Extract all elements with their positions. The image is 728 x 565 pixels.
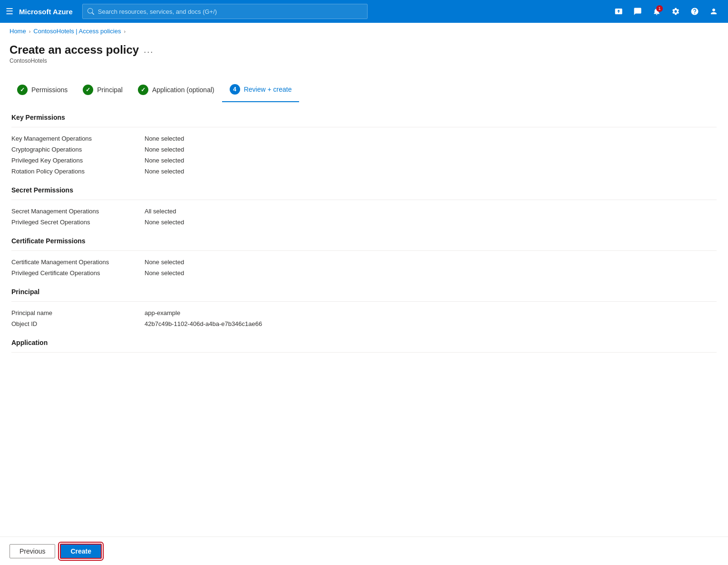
principal-name-value: app-example — [145, 309, 180, 316]
help-icon[interactable] — [686, 3, 703, 20]
page-title: Create an access policy — [10, 43, 139, 57]
privileged-secret-row: Privileged Secret Operations None select… — [11, 219, 717, 226]
principal-name-row: Principal name app-example — [11, 309, 717, 316]
search-input[interactable] — [98, 8, 362, 15]
secret-mgmt-label: Secret Management Operations — [11, 208, 145, 215]
step-principal-icon: ✓ — [83, 85, 93, 95]
secret-permissions-divider — [11, 200, 717, 200]
object-id-row: Object ID 42b7c49b-1102-406d-a4ba-e7b346… — [11, 320, 717, 327]
principal-divider — [11, 301, 717, 302]
step-review[interactable]: 4 Review + create — [222, 79, 300, 102]
privileged-cert-label: Privileged Certificate Operations — [11, 269, 145, 277]
crypto-ops-row: Cryptographic Operations None selected — [11, 146, 717, 153]
principal-name-label: Principal name — [11, 309, 145, 316]
key-permissions-title: Key Permissions — [11, 114, 717, 121]
breadcrumb-sep-2: › — [124, 29, 126, 34]
step-permissions-label: Permissions — [31, 86, 68, 94]
key-permissions-divider — [11, 127, 717, 127]
object-id-label: Object ID — [11, 320, 145, 327]
search-icon — [87, 8, 94, 15]
page-header: Create an access policy ... ContosoHotel… — [0, 39, 728, 72]
secret-mgmt-value: All selected — [145, 208, 176, 215]
step-principal-label: Principal — [97, 86, 123, 94]
step-application-label: Application (optional) — [152, 86, 214, 94]
step-review-icon: 4 — [230, 84, 240, 95]
principal-title: Principal — [11, 288, 717, 296]
step-permissions-icon: ✓ — [17, 85, 28, 95]
cloud-shell-icon[interactable] — [610, 3, 627, 20]
privileged-cert-value: None selected — [145, 269, 184, 277]
secret-permissions-title: Secret Permissions — [11, 186, 717, 194]
key-mgmt-row: Key Management Operations None selected — [11, 135, 717, 142]
privileged-cert-row: Privileged Certificate Operations None s… — [11, 269, 717, 277]
cert-mgmt-label: Certificate Management Operations — [11, 259, 145, 266]
page-title-menu[interactable]: ... — [144, 45, 154, 55]
previous-button[interactable]: Previous — [10, 544, 55, 558]
application-divider — [11, 352, 717, 353]
privileged-key-row: Privileged Key Operations None selected — [11, 157, 717, 164]
rotation-policy-row: Rotation Policy Operations None selected — [11, 168, 717, 175]
breadcrumb: Home › ContosoHotels | Access policies › — [0, 23, 728, 39]
account-icon[interactable] — [705, 3, 722, 20]
cert-mgmt-row: Certificate Management Operations None s… — [11, 259, 717, 266]
content-area: Key Permissions Key Management Operation… — [0, 102, 728, 372]
footer-bar: Previous Create — [0, 536, 728, 565]
notifications-icon[interactable]: 1 — [648, 3, 665, 20]
topnav-icons: 1 — [610, 3, 722, 20]
main-container: Home › ContosoHotels | Access policies ›… — [0, 23, 728, 565]
secret-mgmt-row: Secret Management Operations All selecte… — [11, 208, 717, 215]
object-id-value: 42b7c49b-1102-406d-a4ba-e7b346c1ae66 — [145, 320, 262, 327]
breadcrumb-home[interactable]: Home — [10, 28, 26, 35]
breadcrumb-sep-1: › — [29, 29, 31, 34]
brand-logo: Microsoft Azure — [19, 8, 73, 16]
step-application-icon: ✓ — [138, 85, 148, 95]
breadcrumb-access-policies[interactable]: ContosoHotels | Access policies — [33, 28, 121, 35]
step-application[interactable]: ✓ Application (optional) — [130, 80, 222, 102]
step-permissions[interactable]: ✓ Permissions — [10, 80, 75, 102]
wizard-steps: ✓ Permissions ✓ Principal ✓ Application … — [0, 72, 728, 102]
step-principal[interactable]: ✓ Principal — [75, 80, 130, 102]
settings-icon[interactable] — [667, 3, 684, 20]
rotation-policy-value: None selected — [145, 168, 184, 175]
crypto-ops-label: Cryptographic Operations — [11, 146, 145, 153]
certificate-permissions-divider — [11, 250, 717, 251]
cert-mgmt-value: None selected — [145, 259, 184, 266]
rotation-policy-label: Rotation Policy Operations — [11, 168, 145, 175]
feedback-icon[interactable] — [629, 3, 646, 20]
page-subtitle: ContosoHotels — [10, 57, 718, 64]
certificate-permissions-title: Certificate Permissions — [11, 237, 717, 245]
create-button[interactable]: Create — [60, 544, 102, 559]
privileged-key-label: Privileged Key Operations — [11, 157, 145, 164]
notification-badge: 1 — [656, 5, 663, 12]
search-bar[interactable] — [82, 4, 368, 19]
privileged-key-value: None selected — [145, 157, 184, 164]
crypto-ops-value: None selected — [145, 146, 184, 153]
key-mgmt-label: Key Management Operations — [11, 135, 145, 142]
privileged-secret-label: Privileged Secret Operations — [11, 219, 145, 226]
application-title: Application — [11, 339, 717, 346]
privileged-secret-value: None selected — [145, 219, 184, 226]
key-mgmt-value: None selected — [145, 135, 184, 142]
step-review-label: Review + create — [244, 86, 292, 93]
top-navigation: ☰ Microsoft Azure 1 — [0, 0, 728, 23]
hamburger-menu-icon[interactable]: ☰ — [6, 6, 13, 17]
